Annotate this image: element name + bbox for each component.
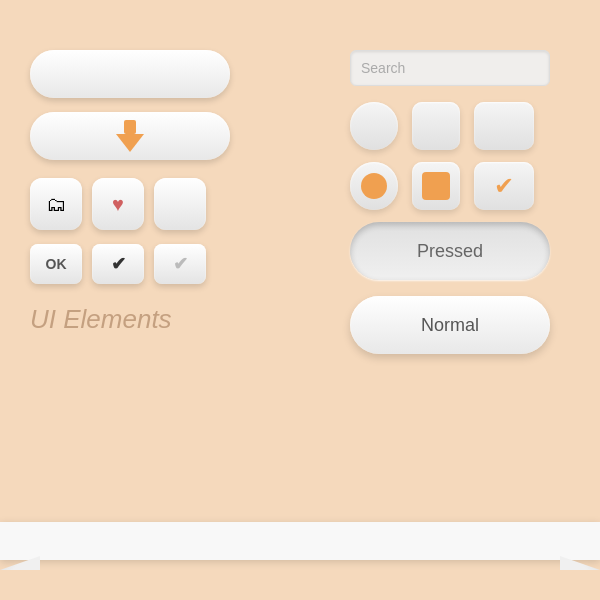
small-button-row: OK ✔ ✔ [30, 244, 270, 284]
download-button[interactable] [30, 112, 230, 160]
normal-button[interactable]: Normal [350, 296, 550, 354]
checkbox-wide-unselected[interactable] [474, 102, 534, 150]
folder-icon: 🗂 [46, 193, 66, 216]
search-placeholder: Search [361, 60, 405, 76]
left-column: 🗂 ♥ OK ✔ ✔ UI Elements [30, 50, 270, 335]
ok-button[interactable]: OK [30, 244, 82, 284]
check-light-button[interactable]: ✔ [154, 244, 206, 284]
checkbox-selected[interactable] [412, 162, 460, 210]
ok-label: OK [46, 256, 67, 272]
pressed-label: Pressed [417, 241, 483, 262]
heart-icon: ♥ [112, 193, 124, 216]
icon-button-row: 🗂 ♥ [30, 178, 270, 230]
checkmark-light-icon: ✔ [173, 253, 188, 275]
normal-label: Normal [421, 315, 479, 336]
folder-button[interactable]: 🗂 [30, 178, 82, 230]
blank-button[interactable] [154, 178, 206, 230]
right-column: Search ✔ Pressed Normal [350, 50, 570, 354]
download-arrow-icon [116, 120, 144, 152]
orange-checkmark-icon: ✔ [494, 172, 514, 200]
toggle-row-selected: ✔ [350, 162, 570, 210]
checkbox-unselected[interactable] [412, 102, 460, 150]
ui-elements-label: UI Elements [30, 304, 270, 335]
search-input[interactable]: Search [350, 50, 550, 86]
radio-unselected[interactable] [350, 102, 398, 150]
toggle-row-unselected [350, 102, 570, 150]
radio-inner-fill [361, 173, 387, 199]
pressed-button[interactable]: Pressed [350, 222, 550, 280]
checkmark-dark-icon: ✔ [111, 253, 126, 275]
checkbox-inner-fill [422, 172, 450, 200]
checkbox-check-selected[interactable]: ✔ [474, 162, 534, 210]
scroll-paper [0, 520, 600, 570]
heart-button[interactable]: ♥ [92, 178, 144, 230]
radio-selected[interactable] [350, 162, 398, 210]
check-dark-button[interactable]: ✔ [92, 244, 144, 284]
plain-button[interactable] [30, 50, 230, 98]
paper-main [0, 522, 600, 560]
